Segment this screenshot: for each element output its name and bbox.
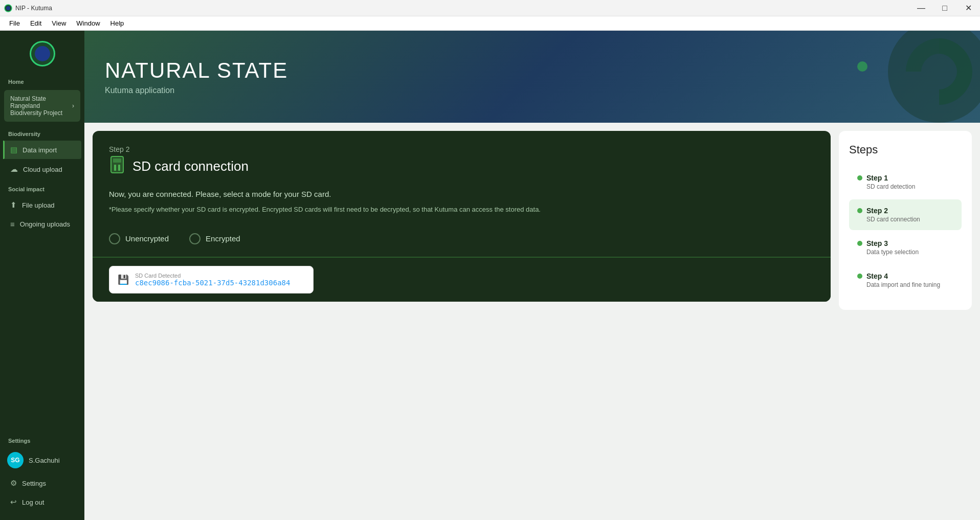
card-header: Step 2 SD card connection [93,131,831,190]
sidebar-item-label: Ongoing uploads [20,220,70,228]
menubar: File Edit View Window Help [0,16,980,31]
biodiversity-label: Biodiversity [0,124,84,140]
sidebar-item-cloud-upload[interactable]: ☁ Cloud upload [3,160,81,178]
banner-logo-shape [901,33,977,110]
step-item-3[interactable]: Step 3 Data type selection [849,232,962,263]
menu-file[interactable]: File [4,17,25,29]
step-item-3-subtitle: Data type selection [866,248,953,256]
step-item-2-title: Step 2 [866,207,888,215]
steps-panel: Steps Step 1 SD card detection Step 2 SD… [839,131,972,310]
app-icon [4,4,12,12]
banner: NATURAL STATE Kutuma application [84,31,980,123]
radio-unencrypted[interactable]: Unencrypted [109,233,169,244]
svg-rect-6 [113,159,121,163]
settings-section-label: Settings [0,431,84,447]
instruction-text: Now, you are connected. Please, select a… [109,190,814,198]
step-item-1-header: Step 1 [857,174,953,182]
banner-text: NATURAL STATE Kutuma application [105,58,288,95]
cloud-upload-icon: ☁ [10,165,18,174]
sd-icon: 💾 [118,274,129,285]
step-item-3-title: Step 3 [866,239,888,247]
sd-card-icon [109,155,125,177]
file-upload-icon: ⬆ [10,200,17,210]
minimize-button[interactable]: ― [909,0,933,16]
user-section: SG S.Gachuhi [0,447,84,473]
maximize-button[interactable]: □ [933,0,956,16]
content-area: Step 2 SD card connection [84,123,980,520]
sidebar-item-label: Settings [22,480,46,487]
chevron-right-icon: › [72,102,74,109]
menu-window[interactable]: Window [71,17,105,29]
step-item-4-title: Step 4 [866,272,888,280]
card-body: Now, you are connected. Please, select a… [93,190,831,257]
step-item-4[interactable]: Step 4 Data import and fine tuning [849,265,962,296]
sd-id-value: c8ec9086-fcba-5021-37d5-43281d306a84 [135,279,290,287]
card-footer: 💾 SD Card Detected c8ec9086-fcba-5021-37… [93,257,831,302]
step-item-1-subtitle: SD card detection [866,183,953,190]
radio-circle-unencrypted[interactable] [109,233,120,244]
step-dot-3 [857,241,862,246]
step-item-4-header: Step 4 [857,272,953,280]
user-name: S.Gachuhi [29,457,60,464]
sd-status-label: SD Card Detected [135,273,290,279]
main-content: NATURAL STATE Kutuma application Step 2 [84,31,980,520]
sidebar-item-logout[interactable]: ↩ Log out [3,493,81,511]
step-title: SD card connection [132,159,249,174]
social-label: Social impact [0,179,84,195]
step-label: Step 2 [109,145,814,153]
menu-help[interactable]: Help [105,17,129,29]
sidebar-item-file-upload[interactable]: ⬆ File upload [3,196,81,214]
instruction-note: *Please specify whether your SD card is … [109,205,814,215]
sidebar-item-ongoing-uploads[interactable]: ≡ Ongoing uploads [3,215,81,233]
sidebar: Home Natural State Rangeland Biodiversit… [0,31,84,520]
sidebar-item-label: Data import [23,146,57,154]
ongoing-uploads-icon: ≡ [10,220,15,229]
step-item-1-title: Step 1 [866,174,888,182]
banner-circle-big [888,31,980,123]
step-dot-1 [857,175,862,180]
user-initials: SG [11,457,19,464]
sidebar-item-data-import[interactable]: ▤ Data import [3,141,81,159]
logout-icon: ↩ [10,498,17,507]
sidebar-project[interactable]: Natural State Rangeland Biodiversity Pro… [4,90,80,122]
radio-encrypted[interactable]: Encrypted [189,233,240,244]
step-item-2-header: Step 2 [857,207,953,215]
project-name: Natural State Rangeland Biodiversity Pro… [10,95,72,117]
main-card: Step 2 SD card connection [93,131,831,302]
sidebar-item-label: Log out [22,499,44,506]
close-button[interactable]: ✕ [956,0,980,16]
sidebar-item-label: File upload [22,201,55,209]
app-layout: Home Natural State Rangeland Biodiversit… [0,31,980,520]
radio-label-encrypted: Encrypted [206,234,240,243]
step-item-4-subtitle: Data import and fine tuning [866,281,953,288]
steps-panel-title: Steps [849,143,962,156]
sd-detected-card: 💾 SD Card Detected c8ec9086-fcba-5021-37… [109,266,314,293]
home-label: Home [0,72,84,88]
banner-graphic [827,31,980,123]
banner-subtitle: Kutuma application [105,86,288,95]
menu-view[interactable]: View [47,17,71,29]
sidebar-logo [0,31,84,72]
radio-circle-encrypted[interactable] [189,233,201,244]
sidebar-item-settings[interactable]: ⚙ Settings [3,474,81,492]
logo-inner [35,46,50,61]
svg-rect-5 [118,165,120,171]
menu-edit[interactable]: Edit [25,17,47,29]
step-item-1[interactable]: Step 1 SD card detection [849,167,962,197]
logo-circle [30,41,55,66]
step-item-2-subtitle: SD card connection [866,216,953,223]
banner-title: NATURAL STATE [105,58,288,83]
data-import-icon: ▤ [10,145,17,154]
sidebar-item-label: Cloud upload [23,166,62,173]
step-dot-4 [857,274,862,279]
window-title: NIP - Kutuma [15,5,52,12]
user-avatar: SG [7,452,24,468]
sd-info: SD Card Detected c8ec9086-fcba-5021-37d5… [135,273,290,287]
svg-rect-4 [114,165,116,171]
step-item-3-header: Step 3 [857,239,953,247]
step-dot-2 [857,208,862,213]
step-title-row: SD card connection [109,155,814,177]
radio-group: Unencrypted Encrypted [109,233,814,244]
svg-point-1 [6,6,10,10]
step-item-2[interactable]: Step 2 SD card connection [849,199,962,230]
